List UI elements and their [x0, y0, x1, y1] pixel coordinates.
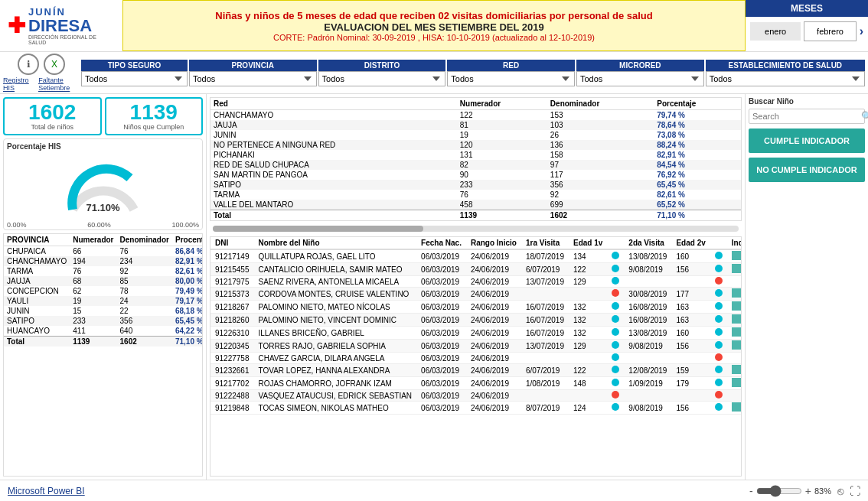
search-icon: 🔍	[861, 111, 868, 122]
dot-icon	[612, 252, 619, 259]
table-row: NO PERTENECE A NINGUNA RED12013688,24 %	[210, 140, 741, 150]
chart-area: Porcentaje HIS 71.10% 0.00% 60.00% 100.0…	[3, 138, 203, 230]
info-icon[interactable]: ℹ	[18, 54, 39, 75]
table-row: SATIPO23335665,45 %	[210, 180, 741, 190]
establecimiento-label: ESTABLECIMIENTO DE SALUD	[706, 60, 865, 71]
registro-link[interactable]: Registro HIS	[3, 76, 31, 92]
provincia-total-row: Total1139160271,10 %	[4, 337, 203, 347]
dot-icon	[612, 328, 619, 336]
search-input-row: 🔍 ✏	[749, 109, 865, 124]
right-panel: Buscar Niño 🔍 ✏ CUMPLE INDICADOR NO CUMP…	[746, 94, 868, 480]
table-row: SAN MARTIN DE PANGOA9011776,92 %	[210, 170, 741, 180]
search-input[interactable]	[752, 112, 858, 121]
table-row: 91218267PALOMINO NIETO, MATEO NÍCOLAS06/…	[210, 301, 742, 314]
table-row: TARMA769282,61 %	[4, 266, 203, 276]
fullscreen-button[interactable]: ⛶	[850, 485, 860, 497]
provincia-label: PROVINCIA	[189, 60, 317, 71]
microred-select[interactable]: Todos	[576, 71, 704, 86]
cumplen-label: Niños que Cumplen	[123, 123, 184, 131]
table-row: SATIPO23335665,45 %	[4, 316, 203, 326]
cumplen-value: 1139	[130, 102, 178, 123]
col-indicador: Indicador	[727, 237, 742, 249]
col-nombre: Nombre del Niño	[254, 237, 417, 249]
logo-sub: DIRECCIÓN REGIONAL DE SALUD	[28, 34, 115, 45]
table-row: CHANCHAMAYO12215379,74 %	[210, 110, 741, 121]
prov-col-pct: Procentaje	[172, 234, 203, 246]
dot-icon	[612, 366, 619, 373]
excel-icon[interactable]: X	[44, 54, 65, 75]
filter-provincia: PROVINCIA Todos	[189, 60, 317, 86]
dot-icon	[715, 353, 723, 361]
dot-icon	[715, 403, 723, 411]
table-row: JUNIN152268,18 %	[4, 306, 203, 316]
zoom-minus-button[interactable]: -	[749, 485, 753, 497]
zoom-control: - + 83%	[749, 485, 831, 497]
microred-label: MICRORED	[576, 60, 704, 71]
meses-nav: enero febrero ›	[746, 17, 868, 46]
red-select[interactable]: Todos	[447, 71, 575, 86]
zoom-plus-button[interactable]: +	[805, 485, 811, 497]
powerbi-link[interactable]: Microsoft Power BI	[8, 486, 85, 496]
establecimiento-select[interactable]: Todos	[706, 71, 865, 86]
search-label: Buscar Niño	[749, 97, 865, 106]
zoom-slider[interactable]	[756, 485, 802, 497]
title-main: Niñas y niños de 5 meses de edad que rec…	[215, 10, 653, 21]
horizontal-scrollbar[interactable]	[213, 226, 739, 232]
dot-icon	[612, 302, 619, 310]
dot-icon	[715, 379, 723, 386]
red-table: Red Numerador Denominador Porcentaje CHA…	[210, 98, 741, 220]
indicator-box	[732, 327, 741, 337]
logo-diresa: DIRESA	[28, 18, 115, 34]
total-ninos-value: 1602	[28, 102, 76, 123]
cumple-indicador-button[interactable]: CUMPLE INDICADOR	[749, 129, 865, 153]
filter-icon-group: ℹ X Registro HIS Faltante Setiembre	[3, 54, 80, 92]
chart-label-100: 100.00%	[171, 221, 199, 229]
main-table-section[interactable]: DNI Nombre del Niño Fecha Nac. Rango Ini…	[210, 236, 742, 477]
mes-next-button[interactable]: ›	[860, 24, 863, 38]
table-row: CHUPAICA667686,84 %	[4, 246, 203, 257]
indicator-box	[732, 301, 741, 311]
table-row: 91226310ILLANES BRICEÑO, GABRIEL06/03/20…	[210, 327, 742, 340]
total-ninos-label: Total de niños	[31, 123, 73, 131]
main-data-table: DNI Nombre del Niño Fecha Nac. Rango Ini…	[210, 237, 742, 415]
mes-enero-button[interactable]: enero	[750, 22, 801, 41]
mid-panel: Red Numerador Denominador Porcentaje CHA…	[207, 94, 746, 480]
tipo-seguro-select[interactable]: Todos	[81, 71, 188, 86]
filter-icon-labels: Registro HIS Faltante Setiembre	[3, 76, 80, 92]
table-row: 91217149QUILLATUPA ROJAS, GAEL LITO06/03…	[210, 249, 742, 263]
col-edad-2v: Edad 2v	[671, 237, 710, 249]
dot-icon	[612, 289, 619, 297]
dot-icon	[612, 341, 619, 349]
table-row: 91215373CORDOVA MONTES, CRUISE VALENTINO…	[210, 288, 742, 301]
search-section: Buscar Niño 🔍 ✏	[749, 97, 865, 124]
filter-establecimiento: ESTABLECIMIENTO DE SALUD Todos	[706, 60, 865, 86]
title-corte: CORTE: Padrón Nominal: 30-09-2019 , HISA…	[273, 33, 595, 42]
red-table-section[interactable]: Red Numerador Denominador Porcentaje CHA…	[210, 97, 742, 221]
col-edad-1v: Edad 1v	[569, 237, 607, 249]
red-col-red: Red	[210, 98, 457, 110]
red-col-pct: Porcentaje	[654, 98, 741, 110]
dot-icon	[715, 289, 723, 297]
col-dni: DNI	[210, 237, 254, 249]
provincia-table: PROVINCIA Numerador Denominador Procenta…	[4, 234, 203, 346]
donut-pct-label: 71.10%	[86, 202, 119, 213]
prov-col-numerador: Numerador	[70, 234, 116, 246]
red-col-denominador: Denominador	[547, 98, 654, 110]
provincia-select[interactable]: Todos	[189, 71, 317, 86]
share-button[interactable]: ⎋	[837, 485, 844, 497]
no-cumple-indicador-button[interactable]: NO CUMPLE INDICADOR	[749, 158, 865, 182]
chart-label-0: 0.00%	[7, 221, 27, 229]
distrito-select[interactable]: Todos	[318, 71, 446, 86]
faltante-link[interactable]: Faltante Setiembre	[38, 76, 80, 92]
mes-febrero-button[interactable]: febrero	[804, 21, 856, 41]
table-row: CONCEPCION627879,49 %	[4, 286, 203, 296]
col-rango-inicio: Rango Inicio	[466, 237, 521, 249]
table-row: RED DE SALUD CHUPACA829784,54 %	[210, 160, 741, 170]
indicator-box	[732, 340, 741, 350]
logo-area: ✚ JUNÍN DIRESA DIRECCIÓN REGIONAL DE SAL…	[0, 0, 122, 51]
dot-icon	[612, 391, 619, 399]
filter-red: RED Todos	[447, 60, 575, 86]
dot-icon	[715, 315, 723, 323]
col-dot1	[607, 237, 624, 249]
content-area: 1602 Total de niños 1139 Niños que Cumpl…	[0, 94, 868, 480]
